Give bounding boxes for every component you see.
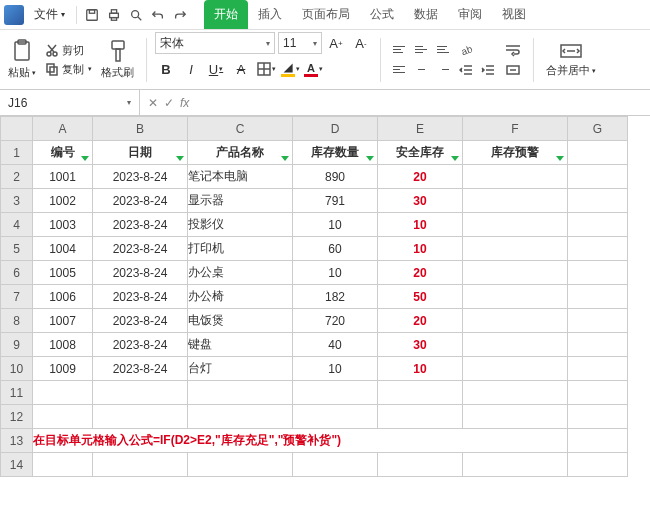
cell[interactable] <box>33 453 93 477</box>
col-header-F[interactable]: F <box>463 117 568 141</box>
cell[interactable]: 2023-8-24 <box>93 357 188 381</box>
cell[interactable]: 台灯 <box>188 357 293 381</box>
table-header-cell[interactable]: 安全库存 <box>378 141 463 165</box>
row-header[interactable]: 2 <box>1 165 33 189</box>
underline-button[interactable]: U▾ <box>205 58 227 80</box>
cell[interactable]: 791 <box>293 189 378 213</box>
cell[interactable] <box>568 429 628 453</box>
cell[interactable]: 2023-8-24 <box>93 261 188 285</box>
cell[interactable] <box>293 381 378 405</box>
cell[interactable]: 20 <box>378 165 463 189</box>
cell[interactable]: 2023-8-24 <box>93 309 188 333</box>
cell[interactable] <box>463 381 568 405</box>
select-all-corner[interactable] <box>1 117 33 141</box>
cell[interactable] <box>463 261 568 285</box>
cell[interactable]: 10 <box>378 237 463 261</box>
cell[interactable]: 笔记本电脑 <box>188 165 293 189</box>
cell[interactable]: 60 <box>293 237 378 261</box>
copy-button[interactable]: 复制▾ <box>43 61 94 78</box>
cell[interactable] <box>568 165 628 189</box>
cell[interactable] <box>568 357 628 381</box>
filter-icon[interactable] <box>81 156 89 161</box>
cell[interactable] <box>93 381 188 405</box>
cut-button[interactable]: 剪切 <box>43 42 94 59</box>
increase-indent-button[interactable] <box>478 61 498 79</box>
col-header-D[interactable]: D <box>293 117 378 141</box>
row-header[interactable]: 5 <box>1 237 33 261</box>
cell[interactable] <box>568 381 628 405</box>
font-color-button[interactable]: A▾ <box>303 61 323 77</box>
orientation-button[interactable]: ab <box>456 41 476 59</box>
cell[interactable]: 键盘 <box>188 333 293 357</box>
table-header-cell[interactable]: 编号 <box>33 141 93 165</box>
cell[interactable] <box>378 381 463 405</box>
tab-layout[interactable]: 页面布局 <box>292 0 360 29</box>
cell[interactable] <box>568 141 628 165</box>
formula-input[interactable] <box>197 90 650 115</box>
align-top-button[interactable] <box>389 41 409 59</box>
wrap-text-button[interactable] <box>501 41 525 59</box>
cell[interactable] <box>568 213 628 237</box>
align-bottom-button[interactable] <box>433 41 453 59</box>
cell[interactable]: 1005 <box>33 261 93 285</box>
cell[interactable]: 2023-8-24 <box>93 285 188 309</box>
cell[interactable]: 1001 <box>33 165 93 189</box>
cell[interactable]: 电饭煲 <box>188 309 293 333</box>
row-header[interactable]: 4 <box>1 213 33 237</box>
cell[interactable]: 1002 <box>33 189 93 213</box>
cell[interactable]: 显示器 <box>188 189 293 213</box>
cell[interactable] <box>463 453 568 477</box>
row-header[interactable]: 12 <box>1 405 33 429</box>
cell[interactable]: 办公椅 <box>188 285 293 309</box>
cell[interactable]: 1009 <box>33 357 93 381</box>
cell[interactable]: 2023-8-24 <box>93 165 188 189</box>
shrink-fit-button[interactable] <box>501 61 525 79</box>
cell[interactable]: 182 <box>293 285 378 309</box>
cell[interactable] <box>463 309 568 333</box>
align-center-button[interactable] <box>411 61 431 79</box>
table-header-cell[interactable]: 库存预警 <box>463 141 568 165</box>
cell[interactable]: 50 <box>378 285 463 309</box>
row-header[interactable]: 8 <box>1 309 33 333</box>
font-size-select[interactable]: 11▾ <box>278 32 322 54</box>
cell[interactable]: 10 <box>378 357 463 381</box>
cell[interactable] <box>188 453 293 477</box>
cell[interactable]: 30 <box>378 189 463 213</box>
filter-icon[interactable] <box>366 156 374 161</box>
cell[interactable]: 10 <box>293 357 378 381</box>
cell[interactable] <box>378 453 463 477</box>
table-header-cell[interactable]: 产品名称 <box>188 141 293 165</box>
tab-review[interactable]: 审阅 <box>448 0 492 29</box>
align-middle-button[interactable] <box>411 41 431 59</box>
cell[interactable]: 2023-8-24 <box>93 213 188 237</box>
increase-font-button[interactable]: A+ <box>325 32 347 54</box>
cell[interactable] <box>568 189 628 213</box>
cell[interactable] <box>463 189 568 213</box>
cell[interactable]: 10 <box>293 261 378 285</box>
cell[interactable]: 10 <box>378 213 463 237</box>
cell[interactable] <box>463 357 568 381</box>
row-header[interactable]: 6 <box>1 261 33 285</box>
cell[interactable]: 2023-8-24 <box>93 237 188 261</box>
decrease-indent-button[interactable] <box>456 61 476 79</box>
cell[interactable] <box>93 453 188 477</box>
cell[interactable] <box>568 453 628 477</box>
confirm-icon[interactable]: ✓ <box>164 96 174 110</box>
cell[interactable]: 40 <box>293 333 378 357</box>
table-header-cell[interactable]: 库存数量 <box>293 141 378 165</box>
cell[interactable] <box>293 405 378 429</box>
align-left-button[interactable] <box>389 61 409 79</box>
cell[interactable]: 1007 <box>33 309 93 333</box>
bold-button[interactable]: B <box>155 58 177 80</box>
save-icon[interactable] <box>82 5 102 25</box>
cell[interactable] <box>568 261 628 285</box>
cell[interactable]: 10 <box>293 213 378 237</box>
table-header-cell[interactable]: 日期 <box>93 141 188 165</box>
filter-icon[interactable] <box>451 156 459 161</box>
cell[interactable] <box>463 165 568 189</box>
merge-center-button[interactable]: 合并居中▾ <box>542 34 600 86</box>
cell[interactable] <box>463 213 568 237</box>
fill-color-button[interactable]: ◢▾ <box>280 61 300 77</box>
spreadsheet-grid[interactable]: A B C D E F G 1编号日期产品名称库存数量安全库存库存预警2 100… <box>0 116 650 515</box>
cell[interactable] <box>568 237 628 261</box>
